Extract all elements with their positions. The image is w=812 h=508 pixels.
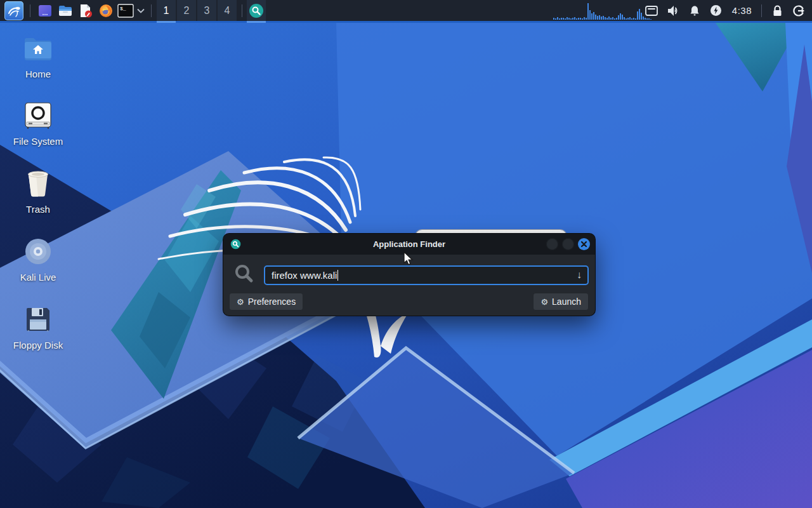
desktop-icon-trash[interactable]: Trash	[8, 168, 69, 215]
graph-bar	[593, 12, 594, 20]
workspace-3-label: 3	[204, 5, 210, 17]
graph-bar	[620, 13, 621, 20]
close-button[interactable]	[578, 238, 590, 250]
desktop-icon-home[interactable]: Home	[8, 33, 69, 79]
graph-bar	[599, 15, 600, 20]
graph-bar	[557, 17, 558, 20]
preferences-button[interactable]: ⚙ Preferences	[229, 293, 303, 311]
clock[interactable]: 4:38	[727, 0, 757, 21]
graph-bar	[591, 13, 593, 20]
search-input[interactable]: firefox www.kali ↓	[264, 265, 589, 285]
desktop-icon-kali-live[interactable]: Kali Live	[8, 236, 69, 283]
display-icon	[645, 6, 658, 16]
workspace-4[interactable]: 4	[218, 0, 237, 21]
gear-icon: ⚙	[237, 297, 244, 307]
maximize-button[interactable]	[562, 238, 574, 250]
text-caret	[337, 270, 338, 281]
graph-bar	[629, 17, 631, 20]
launch-button[interactable]: ⚙ Launch	[533, 293, 589, 311]
workspace-4-label: 4	[225, 5, 230, 17]
display-tray-button[interactable]	[641, 0, 662, 21]
hard-drive-icon	[24, 102, 52, 129]
graph-bar	[586, 18, 587, 20]
graph-bar	[625, 18, 627, 20]
firefox-launcher[interactable]	[96, 0, 116, 21]
graph-bar	[622, 15, 623, 20]
graph-bar	[553, 18, 554, 20]
graph-bar	[587, 3, 589, 20]
graph-bar	[597, 16, 598, 20]
app-finder-panel-button[interactable]	[247, 0, 266, 21]
graph-bar	[614, 18, 615, 20]
minimize-button[interactable]	[546, 238, 558, 250]
file-manager-launcher[interactable]	[55, 0, 75, 21]
desktop-icon-file-system[interactable]: File System	[8, 100, 69, 147]
workspace-1[interactable]: 1	[157, 0, 176, 21]
trash-can-icon	[25, 170, 51, 197]
graph-bar	[601, 17, 602, 20]
preferences-button-label: Preferences	[248, 297, 296, 307]
graph-bar	[631, 18, 632, 20]
volume-tray-button[interactable]	[662, 0, 684, 21]
lock-screen-button[interactable]	[766, 0, 788, 21]
file-manager-icon	[58, 3, 73, 18]
graph-bar	[635, 18, 636, 20]
desktop-icon-label: Kali Live	[8, 272, 69, 283]
kali-menu-button[interactable]	[4, 0, 23, 21]
chevron-down-icon	[137, 8, 145, 13]
top-panel: $_ 1 2 3 4	[0, 0, 812, 23]
search-input-value: firefox www.kali	[272, 270, 337, 281]
terminal-launcher[interactable]: $_	[116, 0, 135, 21]
logout-button[interactable]	[788, 0, 809, 21]
power-manager-tray-button[interactable]	[705, 0, 727, 21]
speaker-icon	[667, 5, 679, 17]
graph-bar	[610, 18, 612, 20]
graph-bar	[603, 16, 604, 20]
panel-separator	[30, 4, 30, 17]
terminal-dropdown-button[interactable]	[135, 0, 147, 21]
graph-bar	[627, 18, 629, 20]
graph-bar	[566, 17, 568, 20]
desktop-icon-label: Trash	[8, 204, 69, 215]
graph-bar	[637, 11, 638, 20]
kali-logo-icon	[6, 3, 22, 18]
graph-bar	[561, 18, 562, 20]
window-manager-launcher[interactable]	[35, 0, 55, 21]
graph-bar	[589, 10, 591, 20]
graph-bar	[574, 17, 575, 20]
panel-separator	[151, 4, 152, 17]
graph-bar	[578, 18, 579, 20]
system-load-graph[interactable]	[553, 2, 634, 20]
launch-button-label: Launch	[552, 297, 581, 307]
graph-bar	[612, 17, 613, 20]
desktop-icon-floppy-disk[interactable]: Floppy Disk	[8, 304, 69, 351]
desktop-icon-label: File System	[8, 136, 69, 147]
graph-bar	[606, 18, 608, 20]
application-finder-window: Application Finder firefox www.kali ↓ ⚙ …	[223, 234, 595, 316]
graph-bar	[618, 15, 619, 20]
graph-bar	[633, 18, 634, 20]
workspace-2[interactable]: 2	[177, 0, 196, 21]
window-manager-icon	[37, 3, 53, 18]
dropdown-arrow-icon[interactable]: ↓	[577, 269, 582, 281]
notifications-tray-button[interactable]	[684, 0, 705, 21]
workspace-2-label: 2	[184, 5, 190, 17]
graph-bar	[568, 18, 570, 20]
bell-icon	[689, 5, 700, 17]
text-editor-icon	[78, 3, 93, 18]
graph-bar	[616, 18, 617, 20]
power-bolt-icon	[710, 4, 722, 17]
graph-bar	[639, 9, 640, 20]
window-title: Application Finder	[373, 239, 445, 249]
desktop-icon-label: Floppy Disk	[8, 340, 69, 351]
cd-disc-icon	[24, 237, 52, 265]
home-folder-icon	[23, 36, 53, 60]
workspace-3[interactable]: 3	[197, 0, 216, 21]
clock-label: 4:38	[732, 5, 752, 16]
graph-bar	[555, 18, 556, 20]
graph-bar	[565, 18, 566, 20]
svg-text:$_: $_	[120, 6, 126, 11]
launch-gear-icon: ⚙	[540, 297, 548, 307]
text-editor-launcher[interactable]	[75, 0, 96, 21]
graph-bar	[563, 18, 564, 20]
